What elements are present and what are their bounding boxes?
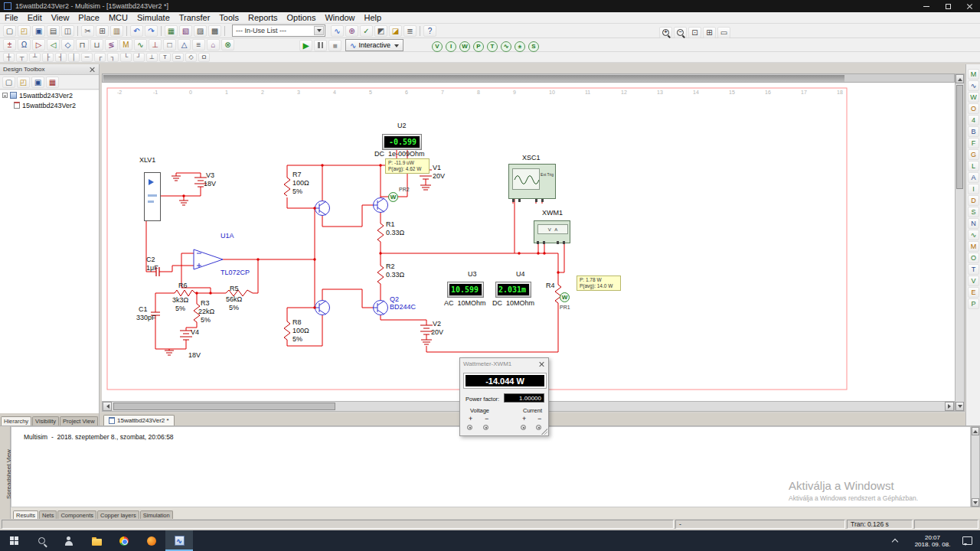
horizontal-wire-tool[interactable]: ─ xyxy=(81,53,93,62)
instrument-current-probe[interactable]: P xyxy=(968,298,979,309)
place-mixed-button[interactable]: M xyxy=(119,39,132,51)
database-manager-button[interactable]: ▨ xyxy=(194,25,207,37)
corner-tool-4[interactable]: ┘ xyxy=(133,53,145,62)
canvas-vscrollbar[interactable] xyxy=(955,73,965,412)
instrument-logic-analyzer[interactable]: A xyxy=(968,172,979,183)
instrument-iv-analyzer[interactable]: I xyxy=(968,184,979,194)
spreadsheet-side-bar[interactable]: Spreadsheet View xyxy=(0,426,11,520)
hierarchical-block-tool[interactable]: ┤ xyxy=(55,53,67,62)
menu-options[interactable]: Options xyxy=(283,12,321,24)
in-use-list-dropdown[interactable]: --- In-Use List --- xyxy=(232,24,325,37)
place-transistor-button[interactable]: ◁ xyxy=(47,39,60,51)
menu-tools[interactable]: Tools xyxy=(214,12,243,24)
menu-simulate[interactable]: Simulate xyxy=(132,12,175,24)
instrument-agilent-multimeter[interactable]: M xyxy=(968,241,979,252)
help-button[interactable]: ? xyxy=(423,25,436,37)
diamond-tool[interactable]: ◇ xyxy=(185,53,197,62)
resize-grip[interactable] xyxy=(541,429,547,435)
start-button[interactable] xyxy=(0,530,28,551)
taskbar-chrome[interactable] xyxy=(110,530,138,551)
menu-transfer[interactable]: Transfer xyxy=(175,12,215,24)
corner-tool-3[interactable]: └ xyxy=(120,53,132,62)
interactive-mode-button[interactable]: ∿ Interactive xyxy=(345,39,403,51)
paste-button[interactable]: ▥ xyxy=(110,25,123,37)
probe-current-button[interactable]: I xyxy=(446,41,456,52)
probe-dc-button[interactable]: ± xyxy=(514,41,525,52)
multimeter-u3[interactable]: 10.599 xyxy=(447,282,484,298)
place-diode-button[interactable]: ▷ xyxy=(32,39,45,51)
instrument-oscilloscope[interactable]: O xyxy=(968,103,979,114)
pause-button[interactable] xyxy=(314,40,327,51)
voltage-plus-terminal[interactable] xyxy=(467,425,472,430)
instrument-function-generator[interactable]: ∿ xyxy=(968,80,979,91)
zoom-full-button[interactable]: ▭ xyxy=(717,27,730,38)
multimeter-u2[interactable]: -0.599 xyxy=(382,134,422,150)
place-basic-button[interactable]: Ω xyxy=(18,39,31,51)
taskbar-firefox[interactable] xyxy=(138,530,165,551)
current-minus-terminal[interactable] xyxy=(536,425,541,430)
cut-button[interactable]: ✂ xyxy=(81,25,94,37)
breadboard-button[interactable]: ◪ xyxy=(389,25,402,37)
capture-button[interactable]: ◩ xyxy=(374,25,387,37)
scope-terminal[interactable] xyxy=(518,199,521,202)
print-preview-button[interactable]: ◫ xyxy=(61,25,74,37)
component-wizard-button[interactable]: ▩ xyxy=(208,25,221,37)
grapher-button[interactable]: ∿ xyxy=(331,25,344,37)
save-button[interactable]: ▣ xyxy=(32,25,45,37)
multimeter-u4[interactable]: 2.031m xyxy=(495,282,531,298)
place-power-button[interactable]: ⊥ xyxy=(149,39,162,51)
wattmeter-terminal[interactable] xyxy=(557,241,559,244)
place-misc-digital-button[interactable]: ≶ xyxy=(105,39,118,51)
wire-tool[interactable]: ┼ xyxy=(3,53,15,62)
place-rf-button[interactable]: ≡ xyxy=(192,39,205,51)
probe-voltage-button[interactable]: V xyxy=(432,41,443,52)
place-misc-button[interactable]: □ xyxy=(163,39,176,51)
probe-settings-button[interactable]: S xyxy=(528,41,539,52)
rect-tool[interactable]: ▭ xyxy=(172,53,184,62)
chevron-down-icon[interactable] xyxy=(394,44,399,50)
instrument-elvis[interactable]: E xyxy=(968,287,979,298)
wattmeter-dialog-titlebar[interactable]: Wattmeter-XWM1 xyxy=(460,358,548,369)
scope-terminal[interactable] xyxy=(535,199,537,202)
spreadsheet-scrollbar[interactable] xyxy=(971,426,980,507)
ohm-tool[interactable]: Ω xyxy=(198,53,210,62)
scope-terminal[interactable] xyxy=(512,199,514,202)
current-plus-terminal[interactable] xyxy=(521,425,526,430)
menu-place[interactable]: Place xyxy=(74,12,104,24)
toolbox-save-button[interactable]: ▣ xyxy=(31,77,44,88)
run-button[interactable]: ▶ xyxy=(299,40,312,51)
junction-tool[interactable]: ┬ xyxy=(16,53,28,62)
action-center-icon[interactable] xyxy=(962,536,972,545)
menu-window[interactable]: Window xyxy=(320,12,359,24)
zoom-fit-button[interactable]: ⊞ xyxy=(703,27,716,38)
tree-sheet-item[interactable]: 15wattbd243Ver2 xyxy=(0,100,99,110)
copy-button[interactable]: ⊞ xyxy=(96,25,109,37)
close-icon[interactable] xyxy=(538,360,545,367)
place-advanced-button[interactable]: △ xyxy=(178,39,191,51)
minimize-button[interactable] xyxy=(916,0,937,12)
instrument-word-generator[interactable]: G xyxy=(968,149,979,160)
close-button[interactable] xyxy=(959,0,980,12)
place-indicator-button[interactable]: ∿ xyxy=(134,39,147,51)
place-connector-button[interactable]: ⊗ xyxy=(221,39,234,51)
redo-button[interactable]: ↷ xyxy=(145,25,158,37)
instrument-bode-plotter[interactable]: B xyxy=(968,126,979,137)
erc-button[interactable]: ✓ xyxy=(360,25,373,37)
instrument-agilent-function-generator[interactable]: ∿ xyxy=(968,230,979,240)
voltage-minus-terminal[interactable] xyxy=(483,425,488,430)
place-source-button[interactable]: ± xyxy=(3,39,16,51)
design-toolbox-toggle[interactable]: ▦ xyxy=(165,25,178,37)
tree-expand-icon[interactable] xyxy=(2,93,8,98)
design-toolbox-header[interactable]: Design Toolbox xyxy=(0,64,99,75)
toolbox-close-sheet-button[interactable]: ▦ xyxy=(46,77,59,88)
close-icon[interactable] xyxy=(89,66,96,73)
open-file-button[interactable]: ◰ xyxy=(18,25,31,37)
probe-diff-voltage-button[interactable]: P xyxy=(473,41,484,52)
taskbar-file-explorer[interactable] xyxy=(83,530,110,551)
corner-tool-2[interactable]: ┐ xyxy=(107,53,119,62)
print-button[interactable]: ▤ xyxy=(47,25,60,37)
zoom-out-button[interactable]: − xyxy=(674,27,687,38)
instrument-agilent-oscilloscope[interactable]: O xyxy=(968,253,979,263)
tray-expand-button[interactable] xyxy=(887,538,903,544)
place-electromech-button[interactable]: ⌂ xyxy=(207,39,220,51)
